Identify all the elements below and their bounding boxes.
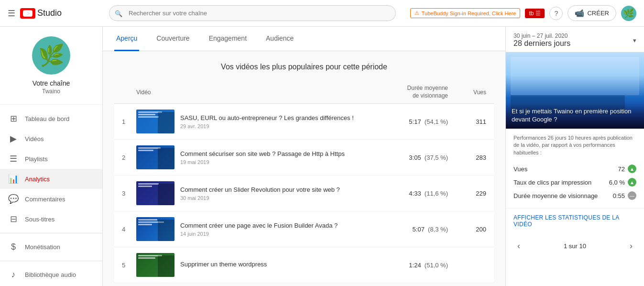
sidebar-label-videos: Vidéos: [25, 135, 44, 143]
row-duration: 5:07 (8,3 %): [371, 226, 448, 233]
video-info: Supprimer un theme wordpress: [180, 261, 267, 270]
sidebar-item-sous-titres[interactable]: ⊟ Sous-titres: [0, 209, 102, 229]
featured-thumb-inner: [511, 57, 639, 95]
sidebar: 🌿 Votre chaîne Twaino ⊞ Tableau de bord …: [0, 27, 103, 286]
stat-value-wrap: 72 ▲: [618, 165, 636, 173]
view-stats-link[interactable]: AFFICHER LES STATISTIQUES DE LA VIDÉO: [506, 209, 644, 233]
sidebar-item-analytics[interactable]: 📊 Analytics: [0, 169, 102, 189]
sidebar-label-sous-titres: Sous-titres: [25, 216, 55, 223]
sidebar-item-monetisation[interactable]: $ Monétisation: [0, 237, 102, 257]
video-date: 29 avr. 2019: [180, 123, 354, 129]
stat-value-wrap-duration: 0:55 —: [613, 191, 636, 200]
table-row[interactable]: 4 Comment créer une page: [114, 211, 494, 247]
stat-indicator-duration: —: [628, 191, 636, 200]
tubebuddy-warning[interactable]: ⚠ TubeBuddy Sign-in Required, Click Here: [410, 8, 521, 18]
sidebar-label-tableau-de-bord: Tableau de bord: [25, 115, 69, 122]
playlists-icon: ☰: [8, 154, 19, 164]
sidebar-item-tableau-de-bord[interactable]: ⊞ Tableau de bord: [0, 109, 102, 129]
sidebar-item-videos[interactable]: ▶ Vidéos: [0, 129, 102, 149]
monetisation-icon: $: [8, 242, 19, 252]
channel-avatar[interactable]: 🌿: [32, 36, 70, 75]
row-duration: 4:33 (11,6 %): [371, 190, 448, 197]
thumb-person: [158, 255, 175, 277]
right-panel: 30 juin – 27 juil. 2020 28 derniers jour…: [505, 27, 644, 286]
stat-value-wrap-ctr: 6,0 % ▲: [609, 178, 636, 187]
row-video: Comment créer un Slider Revolution pour …: [136, 181, 371, 205]
perf-note: Performances 26 jours 10 heures après pu…: [513, 134, 636, 156]
tb-icon: tb: [529, 10, 534, 17]
tab-apercu[interactable]: Aperçu: [114, 27, 139, 51]
dashboard-icon: ⊞: [8, 113, 19, 124]
row-views: 200: [448, 226, 486, 233]
prev-page-button[interactable]: ‹: [513, 239, 524, 253]
stat-row-duration: Durée moyenne de visionnage 0:55 —: [513, 189, 636, 202]
nav-divider: [0, 233, 102, 233]
stat-row-views: Vues 72 ▲: [513, 162, 636, 176]
next-page-button[interactable]: ›: [626, 239, 636, 253]
row-rank: 3: [122, 190, 136, 197]
video-title: Comment créer une page avec le Fusion Bu…: [180, 222, 338, 230]
subtitles-icon: ⊟: [8, 214, 19, 224]
row-video: Comment sécuriser son site web ? Passage…: [136, 145, 371, 169]
sidebar-nav: ⊞ Tableau de bord ▶ Vidéos ☰ Playlists 📊…: [0, 105, 102, 286]
tb-menu-icon: ☰: [535, 10, 541, 17]
channel-profile: 🌿 Votre chaîne Twaino: [0, 27, 102, 105]
help-button[interactable]: ?: [549, 7, 563, 20]
date-from: 30 juin – 27 juil. 2020: [513, 33, 570, 39]
stat-label-ctr: Taux de clics par impression: [513, 179, 591, 186]
search-input[interactable]: [109, 5, 396, 21]
create-button[interactable]: 📹 CRÉER: [568, 5, 616, 21]
featured-thumbnail: Et si je mettais Twaino en première posi…: [506, 52, 644, 129]
featured-thumb-overlay: Et si je mettais Twaino en première posi…: [506, 103, 644, 129]
topbar: ☰ Studio 🔍 ⚠ TubeBuddy Sign-in Required,…: [0, 0, 644, 27]
tb-badge[interactable]: tb ☰: [525, 9, 545, 18]
tab-audience[interactable]: Audience: [264, 27, 295, 51]
youtube-logo[interactable]: Studio: [20, 8, 62, 19]
sidebar-label-monetisation: Monétisation: [25, 243, 60, 251]
table-row[interactable]: 1 SASU, EURL ou auto-entr: [114, 104, 494, 140]
user-avatar[interactable]: 🌿: [621, 6, 636, 21]
sidebar-label-commentaires: Commentaires: [25, 196, 65, 203]
video-info: Comment créer un Slider Revolution pour …: [180, 186, 340, 201]
featured-video[interactable]: Et si je mettais Twaino en première posi…: [506, 52, 644, 129]
sidebar-label-bibliotheque: Bibliothèque audio: [25, 271, 76, 278]
stat-indicator-ctr: ▲: [628, 178, 636, 187]
table-row[interactable]: 3 Comment créer un Slider Revolution pou…: [114, 176, 494, 211]
yt-logo-icon: [20, 8, 35, 19]
row-rank: 1: [122, 118, 136, 125]
sidebar-item-bibliotheque[interactable]: ♪ Bibliothèque audio: [0, 265, 102, 285]
panel-pagination: ‹ 1 sur 10 ›: [506, 233, 644, 259]
analytics-icon: 📊: [8, 174, 19, 184]
tab-engagement[interactable]: Engagement: [207, 27, 249, 51]
sidebar-item-commentaires[interactable]: 💬 Commentaires: [0, 189, 102, 209]
video-title: Supprimer un theme wordpress: [180, 261, 267, 269]
page-info: 1 sur 10: [564, 242, 586, 250]
col-header-video: Vidéo: [136, 89, 371, 96]
video-info: Comment créer une page avec le Fusion Bu…: [180, 222, 338, 237]
create-label: CRÉER: [587, 10, 609, 17]
stat-indicator-views: ▲: [628, 165, 636, 173]
avatar-icon: 🌿: [623, 8, 634, 19]
warning-icon: ⚠: [415, 10, 419, 16]
nav-divider-2: [0, 261, 102, 261]
row-duration: 1:24 (51,0 %): [371, 262, 448, 269]
camera-icon: 📹: [575, 9, 584, 18]
video-date: 30 mai 2019: [180, 195, 340, 201]
period-dropdown-icon[interactable]: ▾: [633, 37, 636, 44]
video-thumbnail: [136, 145, 175, 169]
video-date: 19 mai 2019: [180, 159, 345, 165]
video-info: SASU, EURL ou auto-entrepreneur ? Les gr…: [180, 114, 354, 129]
video-table: Vidéo Durée moyennede visionnage Vues 1: [114, 81, 494, 283]
sidebar-item-playlists[interactable]: ☰ Playlists: [0, 149, 102, 169]
tab-couverture[interactable]: Couverture: [154, 27, 191, 51]
video-info: Comment sécuriser son site web ? Passage…: [180, 150, 345, 165]
table-row[interactable]: 2 Comment sécuriser son site web ? Passa…: [114, 140, 494, 176]
table-row[interactable]: 5 Supprimer un theme wordpress: [114, 247, 494, 283]
search-bar: 🔍: [109, 5, 396, 21]
content-area: Vos vidéos les plus populaires pour cett…: [103, 51, 505, 283]
hamburger-menu[interactable]: ☰: [8, 8, 15, 19]
video-thumbnail: [136, 253, 175, 277]
video-thumbnail: [136, 181, 175, 205]
section-title: Vos vidéos les plus populaires pour cett…: [114, 63, 494, 71]
stat-value-duration: 0:55: [613, 192, 625, 199]
